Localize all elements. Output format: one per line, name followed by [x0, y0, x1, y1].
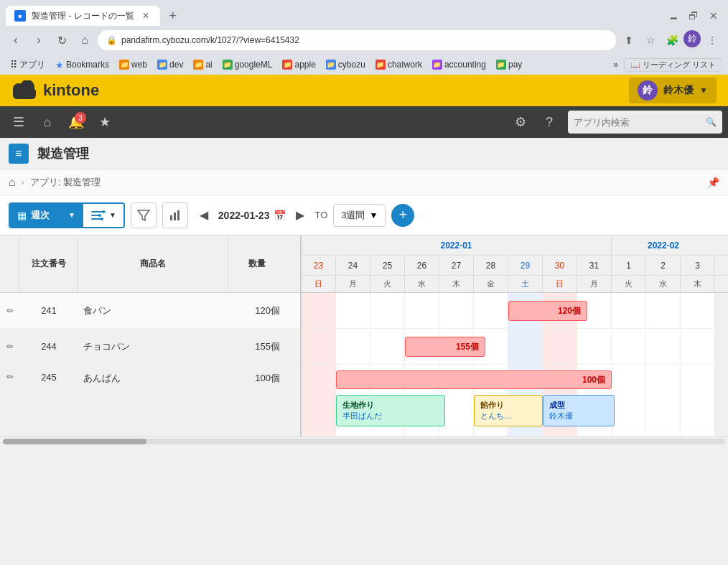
view-switch-button[interactable]: ▼	[83, 204, 123, 227]
day-23: 23	[302, 256, 336, 275]
help-icon[interactable]: ?	[536, 109, 562, 135]
restore-button[interactable]: 🗗	[685, 7, 702, 24]
tab-close-button[interactable]: ✕	[140, 10, 151, 22]
add-record-button[interactable]: +	[391, 204, 414, 227]
close-window-button[interactable]: ✕	[705, 7, 722, 24]
bookmark-web[interactable]: 📁 web	[115, 58, 151, 71]
share-icon[interactable]: ⬆	[619, 30, 639, 50]
bookmark-star-icon[interactable]: ☆	[640, 30, 661, 50]
browser-window: ■ 製造管理 - レコードの一覧 ✕ + 🗕 🗗 ✕ ‹ › ↻ ⌂ 🔒 pan…	[0, 0, 728, 75]
table-row: ✏ 245 あんぱん 100個	[0, 365, 300, 436]
bookmarks-bar: ⠿ アプリ ★ Bookmarks 📁 web 📁 dev 📁 ai 📁 goo…	[0, 55, 728, 75]
gantt-sub-bar-seikei[interactable]: 成型 鈴木優	[543, 395, 615, 426]
dow-tue: 火	[370, 276, 405, 292]
day-31: 31	[577, 256, 612, 275]
breadcrumb-home-icon[interactable]: ⌂	[9, 176, 16, 189]
bookmark-accounting[interactable]: 📁 accounting	[428, 58, 490, 71]
notifications-button[interactable]: 🔔 3	[63, 109, 89, 135]
hamburger-menu-button[interactable]: ☰	[6, 109, 32, 135]
horizontal-scrollbar[interactable]	[0, 436, 728, 445]
tab-bar-controls: 🗕 🗗 ✕	[665, 7, 722, 24]
period-label: 3週間	[341, 209, 365, 222]
cell-qty-row1: 120個	[228, 304, 286, 317]
bookmark-bookmarks[interactable]: ★ Bookmarks	[51, 58, 113, 72]
active-tab[interactable]: ■ 製造管理 - レコードの一覧 ✕	[6, 6, 160, 26]
bookmark-googleml[interactable]: 📁 googleML	[218, 58, 277, 71]
pin-icon[interactable]: 📌	[707, 177, 719, 188]
view-switch-chevron-icon: ▼	[109, 211, 116, 219]
sub-bar-an-person: とんち…	[480, 411, 542, 421]
day-24: 24	[336, 256, 370, 275]
kintone-logo: kintone	[11, 80, 99, 101]
bookmark-chatwork-label: chatwork	[388, 60, 422, 70]
bookmark-pay[interactable]: 📁 pay	[492, 58, 526, 71]
apps-icon: ⠿	[10, 59, 17, 70]
sub-bar-kiji-label: 生地作り	[342, 400, 444, 411]
view-selector[interactable]: ▦ 週次 ▼ ▼	[9, 202, 125, 228]
kintone-cloud-icon	[11, 80, 37, 101]
gantt-sub-bar-an[interactable]: 餡作り とんち…	[474, 395, 543, 426]
extensions-icon[interactable]: 🧩	[662, 30, 682, 50]
tab-favicon: ■	[14, 10, 26, 22]
tab-bar: ■ 製造管理 - レコードの一覧 ✕ + 🗕 🗗 ✕	[0, 0, 728, 26]
bookmark-apple[interactable]: 📁 apple	[278, 58, 319, 71]
bookmark-dev[interactable]: 📁 dev	[153, 58, 187, 71]
bookmark-cybozu[interactable]: 📁 cybozu	[322, 58, 370, 71]
apple-folder-icon: 📁	[282, 60, 292, 70]
bookmark-cybozu-label: cybozu	[338, 60, 365, 70]
gantt-cell-r2-d31	[577, 329, 612, 364]
url-bar[interactable]: 🔒 pandafirm.cybozu.com/k/1027/?view=6415…	[98, 30, 616, 50]
kintone-app: kintone 鈴 鈴木優 ▼ ☰ ⌂ 🔔 3 ★ ⚙ ? 🔍	[0, 75, 728, 445]
bookmark-ai[interactable]: 📁 ai	[189, 58, 216, 71]
list-icon: ▦	[17, 210, 27, 221]
breadcrumb-app-link[interactable]: アプリ: 製造管理	[30, 176, 101, 189]
gantt-sub-bar-kiji[interactable]: 生地作り 半田ぱんだ	[336, 395, 445, 426]
view-select-active: ▦ 週次 ▼	[10, 204, 83, 227]
home-button[interactable]: ⌂	[75, 30, 95, 50]
edit-icon-row2[interactable]: ✏	[0, 342, 20, 352]
favorites-button[interactable]: ★	[92, 109, 118, 135]
gantt-row-2: 155個	[302, 329, 728, 365]
filter-button[interactable]	[131, 202, 157, 228]
gantt-cell-r3-d23	[302, 365, 336, 436]
calendar-icon[interactable]: 📅	[274, 210, 286, 221]
gantt-timeline: 2022-01 2022-02 23 24 25 26 27 28 29 30 …	[302, 235, 728, 436]
search-input[interactable]	[574, 117, 703, 128]
user-name: 鈴木優	[663, 84, 694, 97]
forward-button[interactable]: ›	[29, 30, 49, 50]
gantt-cell-r2-d2	[646, 329, 681, 364]
new-tab-button[interactable]: +	[163, 6, 183, 26]
next-date-button[interactable]: ▶	[290, 205, 310, 225]
minimize-button[interactable]: 🗕	[665, 7, 682, 24]
kintone-header-right: 鈴 鈴木優 ▼	[629, 78, 717, 103]
bookmarks-more-button[interactable]: »	[609, 58, 622, 71]
period-chevron-icon: ▼	[370, 210, 378, 220]
gantt-cell-r3-d2	[646, 365, 681, 436]
user-menu[interactable]: 鈴 鈴木優 ▼	[629, 78, 717, 103]
reading-list-button[interactable]: 📖 リーディング リスト	[624, 58, 722, 72]
search-submit-icon[interactable]: 🔍	[706, 117, 717, 127]
gantt-cell-r2-d1	[612, 329, 646, 364]
edit-icon-row1[interactable]: ✏	[0, 306, 20, 316]
gantt-cell-r3-d3	[681, 365, 715, 436]
profile-icon[interactable]: 鈴	[683, 30, 701, 47]
prev-date-button[interactable]: ◀	[194, 205, 214, 225]
bookmark-web-label: web	[131, 60, 147, 70]
gantt-bar-row2[interactable]: 155個	[405, 337, 485, 357]
gantt-bar-row3[interactable]: 100個	[336, 370, 612, 389]
back-button[interactable]: ‹	[6, 30, 26, 50]
chart-button[interactable]	[162, 202, 188, 228]
more-menu-button[interactable]: ⋮	[702, 30, 722, 50]
home-nav-button[interactable]: ⌂	[34, 109, 60, 135]
reload-button[interactable]: ↻	[52, 30, 72, 50]
scrollbar-thumb[interactable]	[3, 439, 146, 444]
bookmark-chatwork[interactable]: 📁 chatwork	[371, 58, 426, 71]
edit-icon-row3[interactable]: ✏	[0, 372, 20, 382]
gantt-bar-row1[interactable]: 120個	[508, 301, 587, 321]
period-selector[interactable]: 3週間 ▼	[333, 204, 386, 227]
gantt-left-header: 注文番号 商品名 数量	[0, 235, 300, 293]
toolbar: ▦ 週次 ▼ ▼	[0, 195, 728, 235]
bookmark-apps[interactable]: ⠿ アプリ	[6, 57, 50, 73]
address-bar: ‹ › ↻ ⌂ 🔒 pandafirm.cybozu.com/k/1027/?v…	[0, 26, 728, 55]
settings-icon[interactable]: ⚙	[508, 109, 533, 135]
